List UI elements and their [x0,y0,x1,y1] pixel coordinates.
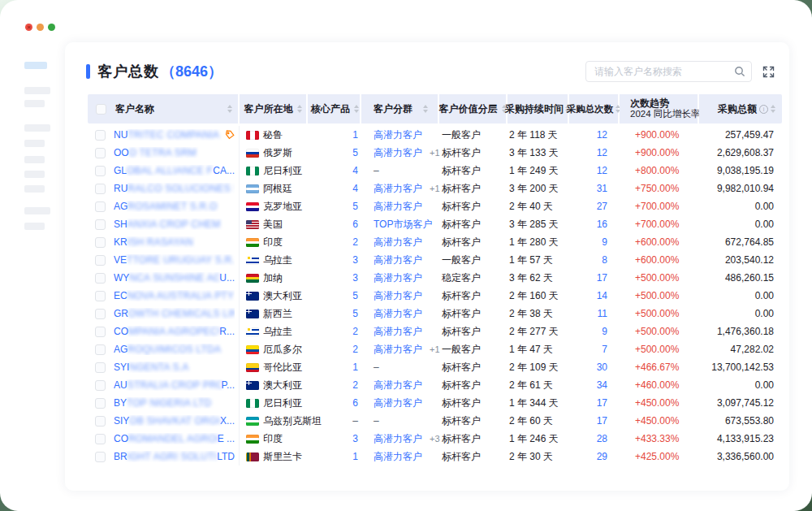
customer-name-link[interactable]: SIY OB SHAVKAT ORGU FERMER X... [112,412,240,430]
core-products-count[interactable]: 3 [308,430,361,448]
sidebar-item-skeleton[interactable] [24,223,45,230]
row-checkbox[interactable] [95,219,106,230]
purchase-count-link[interactable]: 11 [569,305,620,323]
sidebar-item-active[interactable] [24,62,47,69]
row-checkbox[interactable] [95,166,106,176]
segment-cell[interactable]: 高潜力客户 [361,269,439,287]
row-checkbox[interactable] [95,184,106,194]
segment-cell[interactable]: 高潜力客户 [361,287,439,305]
purchase-count-link[interactable]: 14 [569,287,620,305]
segment-cell[interactable]: – [361,358,439,376]
purchase-count-link[interactable]: 8 [569,251,620,269]
row-checkbox[interactable] [95,148,106,158]
segment-label[interactable]: 高潜力客户 [374,236,422,249]
search-input[interactable] [585,61,752,82]
core-products-count[interactable]: 1 [308,358,361,376]
segment-label[interactable]: 高潜力客户 [374,182,422,196]
purchase-count-link[interactable]: 9 [569,323,620,340]
purchase-count-link[interactable]: 29 [569,448,620,466]
sidebar-item-skeleton[interactable] [24,87,50,94]
core-products-count[interactable]: 5 [308,144,361,162]
segment-label[interactable]: – [374,415,379,427]
segment-cell[interactable]: 高潜力客户 +1 [361,340,439,358]
segment-cell[interactable]: 高潜力客户 +3 [361,430,439,448]
core-products-count[interactable]: 2 [308,340,361,358]
customer-name-link[interactable]: KR ISH RASAYAN [112,233,240,251]
sidebar-item-skeleton[interactable] [24,100,45,107]
row-checkbox[interactable] [95,416,106,427]
fullscreen-expand-icon[interactable] [762,66,775,78]
segment-cell[interactable]: – [361,162,439,180]
purchase-count-link[interactable]: 12 [569,144,620,162]
segment-label[interactable]: 高潜力客户 [374,432,422,446]
col-header-segment[interactable]: 客户分群 [361,94,439,123]
customer-name-link[interactable]: SYI NGENTA S.A [112,358,240,376]
core-products-count[interactable]: 2 [308,233,361,251]
customer-name-link[interactable]: BY TOP NIGERIA LTD [112,394,240,412]
col-header-location[interactable]: 客户所在地 [240,94,308,123]
core-products-count[interactable]: 2 [308,323,361,340]
customer-name-link[interactable]: NU TRITEC COMPANIA S.A.C [112,126,240,144]
core-products-count[interactable]: 6 [308,215,361,233]
segment-label[interactable]: 高潜力客户 [374,253,422,267]
segment-cell[interactable]: 高潜力客户 [361,251,439,269]
segment-label[interactable]: 高潜力客户 [374,128,422,142]
tag-icon[interactable] [225,130,235,140]
row-checkbox[interactable] [95,201,106,212]
customer-name-link[interactable]: EC NOVA AUSTRALIA PTY LIMITED [112,287,240,305]
core-products-count[interactable]: 1 [308,448,361,466]
row-checkbox[interactable] [95,291,106,301]
search-icon[interactable] [734,66,745,80]
customer-name-link[interactable]: GL OBAL ALLIANCE FOR CHEMI CA... [112,162,240,180]
col-header-core-products[interactable]: 核心产品 [308,94,361,123]
row-checkbox[interactable] [95,327,106,337]
customer-name-link[interactable]: AU STRALIA CROP PROTECTION P... [112,376,240,394]
purchase-count-link[interactable]: 9 [569,233,620,251]
segment-label[interactable]: 高潜力客户 [374,379,422,392]
purchase-count-link[interactable]: 17 [569,412,620,430]
customer-name-link[interactable]: SH ANXIA CROP CHEM [112,215,240,233]
customer-name-link[interactable]: OO O TETRA SRM [112,144,240,162]
core-products-count[interactable]: 4 [308,162,361,180]
purchase-count-link[interactable]: 27 [569,197,620,215]
sidebar-item-skeleton[interactable] [24,207,50,214]
segment-cell[interactable]: – [361,412,439,430]
customer-name-link[interactable]: CO ROMANDEL AGRONICA PRIVAT E ... [112,430,240,448]
segment-cell[interactable]: 高潜力客户 +1 [361,180,439,197]
sidebar-item-skeleton[interactable] [24,156,45,163]
row-checkbox[interactable] [95,452,106,462]
row-checkbox[interactable] [95,344,106,355]
segment-cell[interactable]: 高潜力客户 [361,376,439,394]
segment-label[interactable]: 高潜力客户 [374,289,422,303]
col-header-count-trend[interactable]: 次数趋势 2024 同比增长率 [620,94,699,123]
core-products-count[interactable]: 1 [308,126,361,144]
core-products-count[interactable]: 6 [308,394,361,412]
core-products-count[interactable]: 4 [308,180,361,197]
core-products-count[interactable]: 3 [308,269,361,287]
segment-label[interactable]: 高潜力客户 [374,450,422,464]
purchase-count-link[interactable]: 12 [569,126,620,144]
customer-name-link[interactable]: CO MPANIA AGROPECUARIA DEL R... [112,323,240,340]
core-products-count[interactable]: 2 [308,376,361,394]
segment-label[interactable]: 高潜力客户 [374,325,422,339]
info-icon[interactable]: i [759,105,768,114]
row-checkbox[interactable] [95,380,106,391]
col-header-customer-name[interactable]: 客户名称 [88,94,240,123]
segment-label[interactable]: TOP市场客户 [374,218,432,232]
row-checkbox[interactable] [95,362,106,373]
segment-label[interactable]: 高潜力客户 [374,271,422,285]
col-header-value-tier[interactable]: 客户价值分层 [439,94,508,123]
purchase-count-link[interactable]: 7 [569,340,620,358]
core-products-count[interactable]: – [308,412,361,430]
row-checkbox[interactable] [95,434,106,444]
purchase-count-link[interactable]: 34 [569,376,620,394]
purchase-count-link[interactable]: 17 [569,269,620,287]
segment-label[interactable]: 高潜力客户 [374,343,422,357]
segment-cell[interactable]: 高潜力客户 [361,126,439,144]
segment-cell[interactable]: 高潜力客户 [361,305,439,323]
row-checkbox[interactable] [95,255,106,266]
customer-name-link[interactable]: VE TTORE URUGUAY S.R.L [112,251,240,269]
purchase-count-link[interactable]: 30 [569,358,620,376]
purchase-count-link[interactable]: 16 [569,215,620,233]
segment-cell[interactable]: 高潜力客户 [361,448,439,466]
